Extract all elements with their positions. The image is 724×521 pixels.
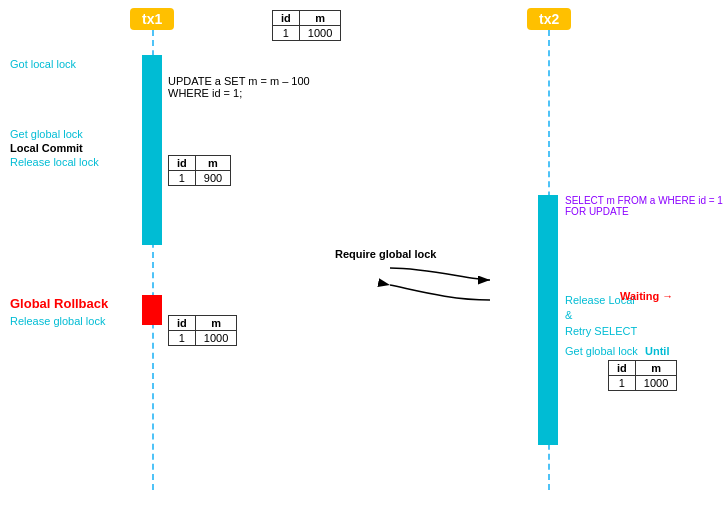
main-container: idm 11000 tx1 tx2 Got local lock Get glo…	[0, 0, 724, 521]
require-global-lock-arrows	[0, 0, 724, 521]
